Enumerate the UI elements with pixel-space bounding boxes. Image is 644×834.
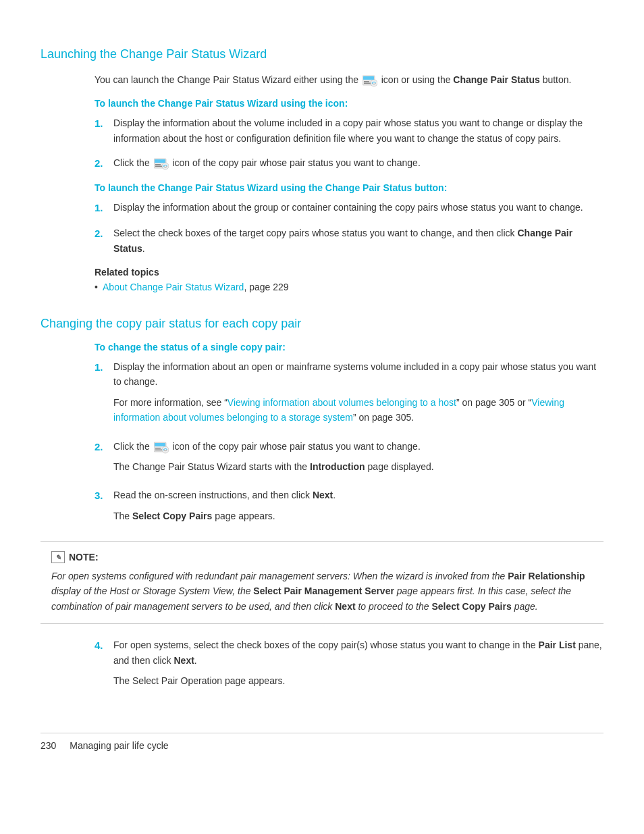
- step-content: Display the information about the group …: [113, 200, 603, 216]
- related-link-about-wizard[interactable]: About Change Pair Status Wizard: [103, 282, 244, 292]
- svg-rect-9: [155, 166, 162, 167]
- note-box: ✎ NOTE: For open systems configured with…: [41, 541, 603, 624]
- section2-step4-list: 4. For open systems, select the check bo…: [95, 637, 603, 692]
- section1-title: Launching the Change Pair Status Wizard: [41, 47, 603, 61]
- link-volumes-host[interactable]: Viewing information about volumes belong…: [227, 397, 456, 408]
- step-number: 2.: [95, 226, 113, 256]
- step-number: 1.: [95, 115, 113, 146]
- related-topics-section: Related topics • About Change Pair Statu…: [95, 267, 603, 292]
- step-content: Select the check boxes of the target cop…: [113, 226, 603, 256]
- svg-rect-14: [155, 448, 161, 449]
- step-number: 4.: [95, 637, 113, 692]
- section1-steps-button-list: 1. Display the information about the gro…: [95, 200, 603, 256]
- section1-step-icon-2: 2. Click the icon of the copy pair whose…: [95, 155, 603, 172]
- step-sub-note: The Change Pair Status Wizard starts wit…: [113, 459, 603, 474]
- svg-rect-8: [155, 164, 161, 165]
- step-content: Display the information about an open or…: [113, 359, 603, 429]
- svg-rect-13: [155, 443, 165, 446]
- note-icon: ✎: [51, 551, 65, 563]
- svg-rect-15: [155, 449, 162, 450]
- step-sub-note: The Select Copy Pairs page appears.: [113, 509, 603, 523]
- step-content: Click the icon of the copy pair whose pa…: [113, 439, 603, 479]
- section2-step-4: 4. For open systems, select the check bo…: [95, 637, 603, 692]
- footer: 230 Managing pair life cycle: [41, 733, 603, 751]
- section1-step-icon-1: 1. Display the information about the vol…: [95, 115, 603, 146]
- svg-rect-1: [363, 76, 374, 80]
- step-content: Read the on-screen instructions, and the…: [113, 488, 603, 527]
- step-content: Display the information about the volume…: [113, 115, 603, 146]
- section1-steps-icon-list: 1. Display the information about the vol…: [95, 115, 603, 172]
- note-heading: ✎ NOTE:: [51, 551, 593, 563]
- step-number: 1.: [95, 359, 113, 429]
- section2-subheading1: To change the status of a single copy pa…: [95, 342, 603, 353]
- note-text: For open systems configured with redunda…: [51, 569, 593, 614]
- step-number: 1.: [95, 200, 113, 216]
- footer-text: Managing pair life cycle: [70, 740, 168, 751]
- section2-step-2: 2. Click the icon of the copy pair whose…: [95, 439, 603, 479]
- related-topics-heading: Related topics: [95, 267, 603, 278]
- section2-step-1: 1. Display the information about an open…: [95, 359, 603, 429]
- step-number: 2.: [95, 439, 113, 479]
- step-sub-note: The Select Pair Operation page appears.: [113, 673, 603, 688]
- step-sub-note: For more information, see “Viewing infor…: [113, 395, 603, 425]
- step-number: 2.: [95, 155, 113, 172]
- change-pair-status-icon-inline1: [363, 74, 377, 87]
- section2-step-3: 3. Read the on-screen instructions, and …: [95, 488, 603, 527]
- footer-page-number: 230: [41, 740, 56, 751]
- change-pair-status-icon-inline2: [154, 157, 169, 170]
- svg-rect-3: [364, 83, 371, 84]
- related-topics-link-item: • About Change Pair Status Wizard, page …: [95, 282, 603, 292]
- change-pair-status-icon-inline3: [154, 440, 169, 454]
- step-content: Click the icon of the copy pair whose pa…: [113, 155, 603, 172]
- section2-title: Changing the copy pair status for each c…: [41, 317, 603, 331]
- svg-rect-2: [364, 81, 369, 82]
- step-number: 3.: [95, 488, 113, 527]
- section2-steps-list: 1. Display the information about an open…: [95, 359, 603, 527]
- section1-subheading1: To launch the Change Pair Status Wizard …: [95, 98, 603, 109]
- step-content: For open systems, select the check boxes…: [113, 637, 603, 692]
- svg-rect-7: [155, 159, 165, 163]
- section1-step-btn-2: 2. Select the check boxes of the target …: [95, 226, 603, 256]
- section1-subheading2: To launch the Change Pair Status Wizard …: [95, 182, 603, 193]
- section1-intro: You can launch the Change Pair Status Wi…: [95, 72, 603, 87]
- section1-step-btn-1: 1. Display the information about the gro…: [95, 200, 603, 216]
